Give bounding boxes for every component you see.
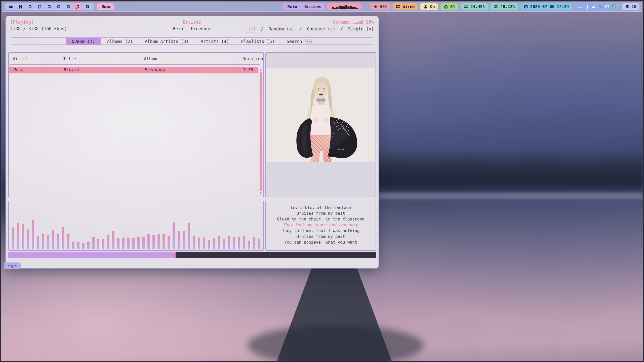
lyrics-panel: Invisible, at the canteenBruises from my… bbox=[265, 201, 376, 251]
toggle-consumec[interactable]: Consume (c) bbox=[307, 26, 335, 32]
toggle-randomx[interactable]: Random (x) bbox=[268, 26, 294, 32]
workspace-5[interactable] bbox=[44, 3, 54, 10]
window-title-tag: rmpc bbox=[4, 262, 21, 269]
workspace-3[interactable] bbox=[25, 3, 35, 10]
queue-table-body: ReinBruisesFreedoom3:38 bbox=[9, 67, 263, 73]
window-button-label: Rmpc bbox=[102, 4, 111, 9]
workspace-1[interactable] bbox=[6, 3, 16, 10]
network-value: Wired bbox=[403, 4, 415, 9]
status-pill-network[interactable]: Wired bbox=[393, 3, 418, 10]
workspace-6[interactable] bbox=[54, 3, 63, 10]
visualizer-bar bbox=[147, 234, 150, 249]
tab-queue-1[interactable]: Queue (1) bbox=[66, 38, 101, 44]
visualizer-bar bbox=[253, 237, 255, 249]
visualizer-bar bbox=[37, 236, 39, 249]
cell-album: Freedoom bbox=[144, 67, 243, 73]
visualizer-bar bbox=[193, 236, 195, 249]
window-button-rmpc[interactable]: Rmpc bbox=[97, 3, 114, 10]
bluetooth-value: On bbox=[430, 4, 435, 9]
visualizer-bar bbox=[122, 238, 125, 249]
workspace-8-active[interactable] bbox=[73, 3, 83, 10]
system-tray bbox=[575, 3, 619, 10]
queue-scrollbar[interactable]: ▲ ▼ bbox=[259, 68, 262, 195]
status-pill-disk[interactable]: 40.12% bbox=[491, 3, 518, 10]
visualizer-bar bbox=[157, 234, 160, 249]
volume-gauge-icon[interactable] bbox=[353, 20, 364, 24]
keyboard-icon[interactable] bbox=[591, 4, 596, 9]
visualizer-bar bbox=[27, 230, 29, 249]
memory-icon bbox=[464, 4, 468, 9]
now-playing-label: Rein - Bruises bbox=[288, 4, 321, 9]
calendar-icon bbox=[524, 4, 528, 9]
check-icon[interactable] bbox=[612, 4, 616, 9]
tab-search-6[interactable]: Search (6) bbox=[280, 38, 318, 44]
song-title: Bruises bbox=[10, 19, 374, 25]
visualizer-bar bbox=[107, 235, 109, 249]
lyric-line-current: They took my shoes and ran away bbox=[266, 222, 376, 228]
toggle-singlev[interactable]: Single (v) bbox=[348, 26, 374, 32]
workspace-7[interactable] bbox=[63, 3, 73, 10]
column-header-title[interactable]: Title bbox=[63, 56, 144, 61]
queue-row-selected[interactable]: ReinBruisesFreedoom3:38 bbox=[9, 67, 258, 73]
visualizer-bar bbox=[112, 231, 114, 249]
status-pill-bluetooth[interactable]: On bbox=[420, 3, 438, 10]
status-pill-clock[interactable]: 2025-07-06 14:34 bbox=[520, 3, 572, 10]
workspace-4[interactable] bbox=[35, 3, 44, 10]
tab-playlists-5[interactable]: Playlists (5) bbox=[235, 38, 280, 44]
phone-icon[interactable] bbox=[584, 4, 589, 9]
memory-value: 24.45% bbox=[470, 4, 485, 9]
lyric-line: Glued to the chair, in the classroom bbox=[266, 216, 376, 222]
tab-artists-4[interactable]: Artists (4) bbox=[195, 38, 235, 44]
mustache-icon[interactable] bbox=[578, 4, 582, 9]
visualizer-bar bbox=[82, 243, 85, 249]
visualizer-bar bbox=[213, 238, 215, 249]
seek-bar-elapsed bbox=[8, 252, 174, 258]
toggle-z[interactable]: (z) bbox=[245, 25, 256, 32]
visualizer-bar bbox=[132, 238, 135, 249]
workspace-9[interactable] bbox=[83, 3, 92, 10]
notifications-pill[interactable]: 10 bbox=[622, 3, 639, 10]
lyric-line: Bruises from my past bbox=[266, 210, 376, 216]
speaker-icon bbox=[373, 4, 378, 9]
visualizer-bar bbox=[57, 234, 59, 249]
toggle-separator: / bbox=[338, 26, 346, 32]
visualizer-bar bbox=[62, 227, 64, 249]
notifications-count: 10 bbox=[632, 4, 636, 9]
cpu-icon bbox=[444, 4, 448, 9]
status-pill-memory[interactable]: 24.45% bbox=[461, 3, 488, 10]
tab-album-artists-3[interactable]: Album Artists (3) bbox=[139, 38, 195, 44]
lyric-line: You can achieve, what you want bbox=[266, 239, 376, 245]
music-note-icon bbox=[75, 4, 80, 9]
queue-table-header: ArtistTitleAlbumDuration bbox=[9, 56, 263, 61]
scroll-up-icon[interactable]: ▲ bbox=[259, 68, 262, 71]
scrollbar-thumb[interactable] bbox=[260, 72, 262, 191]
wallpaper-reflection bbox=[248, 325, 424, 362]
cell-artist: Rein bbox=[13, 67, 64, 73]
now-playing-pill[interactable]: Rein - Bruises bbox=[283, 3, 325, 10]
tab-albums-2[interactable]: Albums (2) bbox=[101, 38, 139, 44]
mini-visualizer-pill[interactable]: ▄▁▄▆▆▅█▅▆▄▄▁ bbox=[327, 3, 361, 10]
status-pill-cpu[interactable]: 6% bbox=[440, 3, 458, 10]
seek-bar[interactable] bbox=[8, 252, 376, 258]
volume-value: 85% bbox=[366, 19, 374, 25]
status-pill-volume[interactable]: 55% bbox=[370, 3, 390, 10]
visualizer-bar bbox=[32, 220, 34, 249]
status-bar-right: 55%WiredOn6%24.45%40.12%2025-07-06 14:34… bbox=[370, 3, 639, 10]
lyric-line: They told me, that I was nothing bbox=[266, 228, 376, 234]
workspace-2[interactable] bbox=[16, 3, 25, 10]
scroll-down-icon[interactable]: ▼ bbox=[259, 192, 262, 195]
square-icon bbox=[56, 4, 61, 9]
seek-bar-handle[interactable] bbox=[174, 252, 176, 258]
column-header-album[interactable]: Album bbox=[144, 56, 243, 61]
album-art-image bbox=[266, 68, 375, 162]
disk-value: 40.12% bbox=[500, 4, 515, 9]
column-header-artist[interactable]: Artist bbox=[13, 56, 63, 61]
desktop: Rmpc Rein - Bruises ▄▁▄▆▆▅█▅▆▄▄▁ 55%Wire… bbox=[0, 0, 644, 362]
visualizer-bar bbox=[52, 230, 54, 249]
key-icon[interactable] bbox=[598, 4, 603, 9]
visualizer-bar bbox=[72, 242, 74, 249]
window-icon[interactable] bbox=[605, 4, 610, 9]
visualizer-bar bbox=[233, 237, 235, 249]
seek-bar-remaining bbox=[176, 252, 376, 258]
disk-icon bbox=[494, 4, 498, 9]
